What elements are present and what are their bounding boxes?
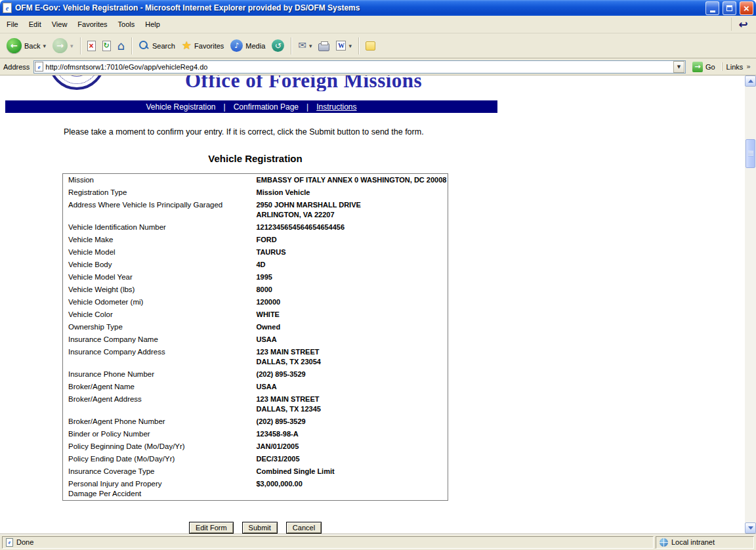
great-seal-logo [49, 75, 105, 90]
menu-favorites[interactable]: Favorites [72, 17, 112, 32]
field-label: Vehicle Identification Number [63, 221, 257, 234]
media-button[interactable]: ♪ Media [228, 37, 268, 54]
table-row: Mission EMBASSY OF ITALY ANNEX 0 WASHING… [63, 174, 448, 187]
confirmation-table-body: Mission EMBASSY OF ITALY ANNEX 0 WASHING… [63, 174, 448, 501]
menu-tools[interactable]: Tools [113, 17, 140, 32]
menu-file[interactable]: File [1, 17, 24, 32]
history-icon: ↺ [272, 39, 284, 52]
links-bar[interactable]: Links » [722, 62, 753, 71]
maximize-icon [726, 5, 732, 11]
field-value: JAN/01/2005 [257, 440, 448, 453]
field-value: 8000 [257, 284, 448, 296]
word-dropdown-icon[interactable]: ▾ [348, 43, 352, 49]
field-label: Vehicle Color [63, 308, 257, 321]
window-title: OFM E-Gov: Vehicle Registration - Micros… [15, 3, 702, 12]
field-label: Registration Type [63, 186, 257, 199]
status-bar: e Done Local intranet [0, 534, 756, 550]
search-icon [138, 40, 150, 51]
field-label: Vehicle Odometer (mi) [63, 296, 257, 308]
table-row: Registration Type Mission Vehicle [63, 186, 448, 199]
table-row: Policy Beginning Date (Mo/Day/Yr) JAN/01… [63, 440, 448, 453]
scroll-up-button[interactable] [745, 75, 756, 87]
go-label: Go [705, 63, 715, 71]
address-dropdown-button[interactable]: ▼ [673, 61, 684, 73]
menubar: File Edit View Favorites Tools Help ↩ [0, 16, 756, 33]
go-button[interactable]: → Go [690, 61, 718, 73]
refresh-button[interactable]: ↻ [100, 39, 114, 53]
edit-form-button[interactable]: Edit Form [189, 522, 234, 534]
field-value: DEC/31/2005 [257, 453, 448, 465]
field-value: 120000 [257, 296, 448, 308]
scrollbar-thumb[interactable] [746, 139, 755, 168]
forward-button[interactable]: → ▾ [50, 36, 76, 55]
intranet-globe-icon [660, 538, 668, 547]
field-label: Insurance Company Address [63, 346, 257, 368]
media-icon: ♪ [230, 39, 243, 52]
table-row: Personal Injury and Propery Damage Per A… [63, 478, 448, 501]
nav-separator: | [306, 102, 308, 112]
submit-button[interactable]: Submit [242, 522, 278, 534]
stop-icon: × [87, 41, 96, 51]
go-arrow-icon: → [692, 62, 703, 72]
table-row: Policy Ending Date (Mo/Day/Yr) DEC/31/20… [63, 453, 448, 465]
menu-edit[interactable]: Edit [24, 17, 47, 32]
ie-document-icon[interactable]: e [3, 3, 12, 13]
scroll-up-icon [748, 79, 753, 83]
field-label: Address Where Vehicle Is Principally Gar… [63, 199, 257, 221]
cancel-button[interactable]: Cancel [286, 522, 322, 534]
stop-x-glyph: × [89, 42, 94, 50]
mail-dropdown-icon[interactable]: ▾ [309, 43, 312, 49]
search-button[interactable]: Search [136, 38, 178, 53]
field-label: Vehicle Weight (lbs) [63, 284, 257, 296]
close-icon: × [744, 3, 749, 13]
minimize-button[interactable] [705, 1, 719, 15]
back-button[interactable]: ← Back ▾ [4, 36, 49, 55]
scrollbar-track[interactable] [745, 87, 756, 522]
back-label: Back [24, 42, 40, 50]
page: Office of Foreign Missions Vehicle Regis… [0, 75, 745, 534]
edit-word-button[interactable]: W ▾ [333, 39, 354, 53]
discuss-icon [366, 41, 375, 51]
back-dropdown-icon[interactable]: ▾ [43, 43, 46, 49]
links-label: Links [726, 63, 744, 71]
stop-button[interactable]: × [85, 39, 98, 53]
field-value: Owned [257, 321, 448, 333]
menu-view[interactable]: View [47, 17, 73, 32]
table-row: Insurance Coverage Type Combined Single … [63, 465, 448, 478]
form-actions: Edit Form Submit Cancel [62, 522, 448, 534]
media-label: Media [245, 42, 265, 50]
nav-instructions-link[interactable]: Instructions [316, 102, 356, 112]
history-button[interactable]: ↺ [269, 37, 287, 54]
ie-e-glyph: e [6, 5, 9, 12]
field-value: 2950 JOHN MARSHALL DRIVE ARLINGTON, VA 2… [257, 199, 448, 221]
field-label: Insurance Company Name [63, 333, 257, 346]
discuss-button[interactable] [363, 39, 378, 53]
maximize-button[interactable] [723, 1, 736, 15]
zone-label: Local intranet [671, 538, 715, 546]
field-label: Mission [63, 174, 257, 187]
table-row: Insurance Phone Number (202) 895-3529 [63, 368, 448, 381]
field-label: Ownership Type [63, 321, 257, 333]
favorites-button[interactable]: ★ Favorites [179, 38, 227, 53]
menu-help[interactable]: Help [140, 17, 165, 32]
content-area: Office of Foreign Missions Vehicle Regis… [0, 75, 756, 534]
print-button[interactable] [316, 39, 332, 53]
field-label: Broker/Agent Phone Number [63, 415, 257, 428]
vertical-scrollbar[interactable] [745, 75, 756, 534]
field-value: (202) 895-3529 [257, 368, 448, 381]
mail-button[interactable]: ✉ ▾ [295, 39, 314, 53]
ie-e-glyph: e [9, 539, 11, 545]
close-button[interactable]: × [740, 1, 753, 15]
address-input[interactable] [45, 62, 671, 72]
toolbar-separator [131, 37, 132, 54]
ie-e-glyph: e [38, 64, 41, 70]
back-icon: ← [7, 38, 22, 53]
scroll-down-button[interactable] [745, 522, 756, 534]
table-row: Vehicle Odometer (mi) 120000 [63, 296, 448, 308]
minimize-icon [710, 11, 715, 12]
security-zone-pane: Local intranet [656, 536, 754, 549]
brand-title: Office of Foreign Missions [185, 75, 422, 91]
home-button[interactable]: ⌂ [115, 38, 127, 54]
field-value: Combined Single Limit [257, 465, 448, 478]
field-value: USAA [257, 333, 448, 346]
